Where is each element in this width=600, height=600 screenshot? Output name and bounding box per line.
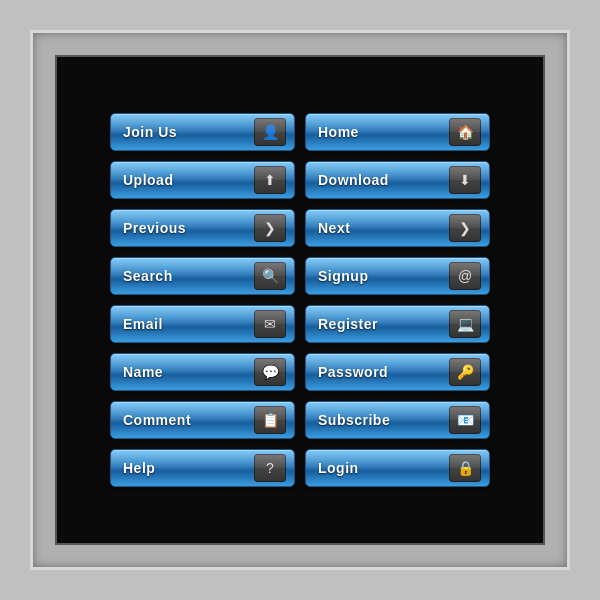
email-button[interactable]: Email✉ (110, 305, 295, 343)
subscribe-icon: 📧 (449, 406, 481, 434)
previous-icon: ❯ (254, 214, 286, 242)
comment-button[interactable]: Comment📋 (110, 401, 295, 439)
comment-icon: 📋 (254, 406, 286, 434)
signup-icon: @ (449, 262, 481, 290)
login-button[interactable]: Login🔒 (305, 449, 490, 487)
name-button[interactable]: Name💬 (110, 353, 295, 391)
register-label: Register (318, 316, 378, 332)
download-icon: ⬇ (449, 166, 481, 194)
search-icon: 🔍 (254, 262, 286, 290)
password-button[interactable]: Password🔑 (305, 353, 490, 391)
help-button[interactable]: Help? (110, 449, 295, 487)
join-us-button[interactable]: Join Us👤 (110, 113, 295, 151)
upload-button[interactable]: Upload⬆ (110, 161, 295, 199)
next-button[interactable]: Next❯ (305, 209, 490, 247)
comment-label: Comment (123, 412, 191, 428)
upload-icon: ⬆ (254, 166, 286, 194)
subscribe-button[interactable]: Subscribe📧 (305, 401, 490, 439)
next-label: Next (318, 220, 350, 236)
signup-label: Signup (318, 268, 368, 284)
help-label: Help (123, 460, 155, 476)
name-label: Name (123, 364, 163, 380)
password-icon: 🔑 (449, 358, 481, 386)
register-button[interactable]: Register💻 (305, 305, 490, 343)
home-label: Home (318, 124, 359, 140)
email-icon: ✉ (254, 310, 286, 338)
login-icon: 🔒 (449, 454, 481, 482)
inner-panel: Join Us👤Home🏠Upload⬆Download⬇Previous❯Ne… (55, 55, 545, 545)
join-us-icon: 👤 (254, 118, 286, 146)
upload-label: Upload (123, 172, 173, 188)
subscribe-label: Subscribe (318, 412, 390, 428)
outer-frame: Join Us👤Home🏠Upload⬆Download⬇Previous❯Ne… (30, 30, 570, 570)
previous-label: Previous (123, 220, 186, 236)
button-grid: Join Us👤Home🏠Upload⬆Download⬇Previous❯Ne… (90, 93, 510, 507)
download-label: Download (318, 172, 389, 188)
home-icon: 🏠 (449, 118, 481, 146)
name-icon: 💬 (254, 358, 286, 386)
signup-button[interactable]: Signup@ (305, 257, 490, 295)
next-icon: ❯ (449, 214, 481, 242)
previous-button[interactable]: Previous❯ (110, 209, 295, 247)
password-label: Password (318, 364, 388, 380)
home-button[interactable]: Home🏠 (305, 113, 490, 151)
register-icon: 💻 (449, 310, 481, 338)
search-label: Search (123, 268, 173, 284)
search-button[interactable]: Search🔍 (110, 257, 295, 295)
help-icon: ? (254, 454, 286, 482)
login-label: Login (318, 460, 359, 476)
join-us-label: Join Us (123, 124, 177, 140)
email-label: Email (123, 316, 163, 332)
download-button[interactable]: Download⬇ (305, 161, 490, 199)
